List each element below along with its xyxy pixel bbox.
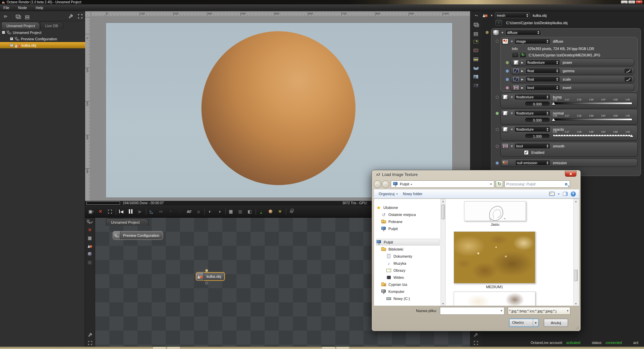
expand-plus-icon[interactable]: + [10, 44, 13, 47]
filename-dropdown-icon[interactable]: ▼ [499, 307, 504, 314]
gamma-curve-button[interactable] [624, 68, 632, 74]
texture-preview-icon[interactable]: ▦ [85, 234, 94, 242]
close-button[interactable]: ✕ [636, 0, 643, 4]
bump-value[interactable]: 0.000 [525, 101, 550, 106]
open-button[interactable]: Otwórz ▼ [509, 319, 539, 327]
cancel-button[interactable]: Anuluj [544, 319, 568, 327]
sidebar-item-cyprian-iza[interactable]: Cyprian Iza [381, 281, 445, 288]
menu-file[interactable]: File [3, 6, 9, 10]
film-curve-icon[interactable] [470, 63, 481, 72]
search-input[interactable] [506, 182, 565, 186]
invert-type-combo[interactable]: bool [526, 85, 560, 90]
opacity-slider[interactable]: 0.000.170.330.500.670.831.00 [553, 131, 632, 139]
stop-render-icon[interactable]: ✕ [97, 208, 104, 215]
collapse-arrow[interactable]: ▼ [510, 145, 513, 148]
af-small-icon[interactable]: AF [157, 208, 165, 215]
environment-icon[interactable] [470, 72, 481, 81]
menu-help[interactable]: Help [36, 6, 43, 10]
expand-arrow[interactable]: ▶ [521, 78, 523, 81]
collapse-arrow[interactable]: ▼ [490, 14, 493, 17]
filename-input[interactable] [440, 309, 499, 313]
load-image-button[interactable]: ↑ [512, 52, 519, 58]
tree-view-icon[interactable]: ≡▾ [2, 13, 9, 19]
imager-icon[interactable] [470, 37, 481, 46]
preview-pane-icon[interactable] [563, 192, 568, 196]
forward-icon[interactable]: → [382, 180, 389, 188]
bump-pin-dot[interactable] [496, 96, 499, 99]
reload-image-button[interactable]: ↻ [520, 52, 526, 58]
export-material-icon[interactable] [267, 208, 274, 215]
address-dropdown-icon[interactable]: ▼ [490, 183, 492, 186]
delete-node-icon[interactable]: ✕ [85, 226, 94, 234]
focus-clear-icon[interactable]: ◌ [176, 208, 184, 215]
graph-tab[interactable]: Unnamed Project [106, 218, 149, 226]
normal-pin-dot[interactable] [496, 112, 499, 115]
collapse-arrow[interactable]: ▼ [501, 31, 504, 34]
copy-node-icon[interactable] [14, 13, 21, 19]
organize-button[interactable]: Organizuj▼ [379, 192, 398, 196]
sidebar-item-pulpit[interactable]: Pulpit [376, 239, 440, 246]
emission-type-combo[interactable]: null emission [515, 160, 550, 166]
collapse-arrow[interactable]: ▼ [510, 112, 513, 115]
tonemap-icon[interactable] [470, 55, 481, 63]
wrench-icon[interactable] [67, 13, 74, 19]
normal-slider[interactable]: 0.000.170.330.500.670.831.00 [553, 115, 632, 123]
expand-arrow[interactable]: ▶ [521, 70, 523, 73]
image-type-combo[interactable]: image [515, 38, 550, 44]
expand-arrow[interactable]: ▶ [521, 86, 523, 89]
inspector-wrench-icon[interactable] [471, 331, 480, 339]
fit-view-icon[interactable] [106, 208, 114, 215]
graph-expand-icon[interactable] [86, 339, 94, 347]
focus-pick-icon[interactable]: ◔ [166, 208, 174, 215]
copy-settings-icon[interactable] [470, 20, 481, 29]
emission-pin-dot[interactable] [496, 162, 499, 165]
material-pin-dot[interactable] [486, 31, 489, 34]
graph-wrench-icon[interactable] [86, 331, 94, 339]
checker-fine-icon[interactable]: ▦ [227, 208, 235, 215]
refresh-icon[interactable]: ↻ [496, 180, 503, 188]
lens-shift-icon[interactable]: ◐ [206, 208, 214, 215]
split-view-icon[interactable]: ◧ [246, 208, 254, 215]
tab-live-db[interactable]: Live DB [40, 22, 63, 29]
views-dropdown-icon[interactable]: ▼ [558, 193, 560, 195]
smooth-pin-dot[interactable] [496, 145, 499, 148]
tree-item-kulka-obj[interactable]: + kulka.obj [0, 42, 85, 48]
checker-coarse-icon[interactable]: ▩ [236, 208, 244, 215]
help-icon[interactable]: ? [571, 191, 576, 197]
scale-curve-button[interactable] [624, 77, 632, 82]
node-output-pin[interactable] [205, 281, 208, 285]
tree-item-preview-configuration[interactable]: + Preview Configuration [0, 36, 85, 42]
maximize-button[interactable]: ▢ [628, 0, 635, 4]
mesh-type-combo[interactable]: mesh [495, 12, 530, 18]
load-mesh-button[interactable]: ↑ [495, 20, 502, 26]
gamma-pin-dot[interactable] [506, 70, 509, 73]
camera-reset-icon[interactable]: ⌂ [195, 208, 202, 215]
package-icon[interactable]: ▩ [85, 258, 94, 266]
files-scrollbar[interactable]: ▲ ▼ [573, 199, 578, 306]
back-icon[interactable]: ← [374, 180, 381, 188]
breadcrumb-chevron-icon[interactable]: ▸ [411, 183, 412, 186]
scroll-down-icon[interactable]: ▼ [441, 302, 445, 306]
sidebar-item-ostatnie-miejsca[interactable]: ↺Ostatnie miejsca [381, 211, 445, 218]
tab-unnamed-project[interactable]: Unnamed Project [1, 22, 40, 29]
display-mode-icon[interactable]: ▣▾ [87, 208, 95, 215]
collapse-arrow[interactable]: ▼ [510, 40, 513, 43]
search-icon[interactable] [565, 183, 567, 185]
smooth-checkbox[interactable]: ✓ [524, 150, 529, 155]
camera-icon[interactable] [470, 46, 481, 55]
diffuse-pin-dot[interactable] [496, 40, 499, 43]
new-folder-button[interactable]: Nowy folder [403, 192, 422, 196]
smooth-type-combo[interactable]: bool [515, 143, 550, 149]
bump-type-combo[interactable]: floattexture [515, 94, 550, 100]
autofocus-icon[interactable]: AF [185, 208, 193, 215]
inspector-expand-icon[interactable] [471, 339, 480, 347]
mesh-preview-icon[interactable] [85, 242, 94, 250]
search-box[interactable] [504, 180, 570, 188]
material-preview-icon[interactable] [85, 250, 94, 258]
filename-combo[interactable]: ▼ [440, 307, 504, 315]
normal-type-combo[interactable]: floattexture [515, 110, 550, 116]
restart-render-icon[interactable]: ◀ [117, 208, 125, 215]
normal-value[interactable]: 0.000 [525, 117, 550, 123]
file-thumbnail-jasiu[interactable] [464, 201, 526, 221]
scroll-up-icon[interactable]: ▲ [441, 199, 445, 204]
